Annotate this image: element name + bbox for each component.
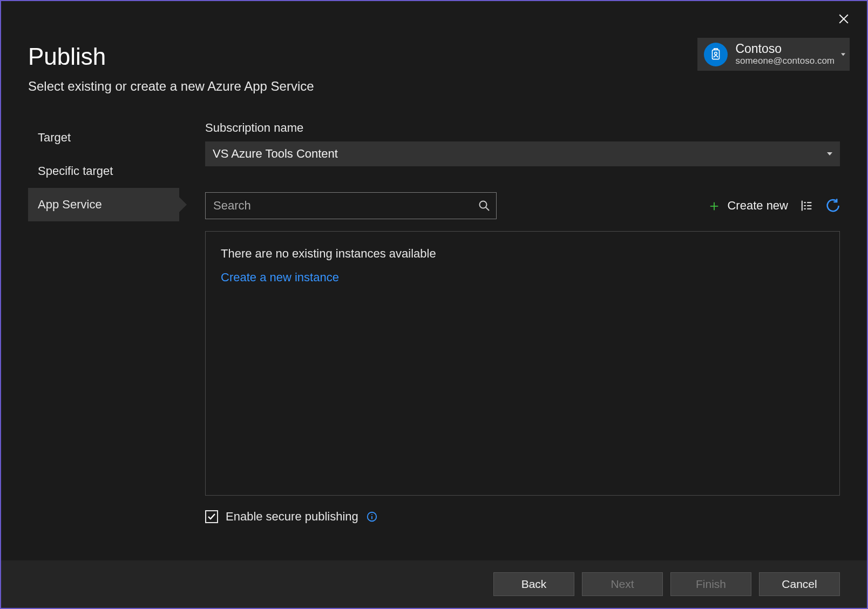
account-name: Contoso (735, 42, 835, 56)
svg-point-1 (715, 52, 717, 55)
account-picker[interactable]: Contoso someone@contoso.com (697, 38, 850, 71)
content: Target Specific target App Service Subsc… (1, 94, 867, 560)
svg-point-12 (371, 514, 372, 515)
subscription-dropdown[interactable]: VS Azure Tools Content (205, 141, 840, 166)
finish-button[interactable]: Finish (670, 572, 751, 596)
search-icon[interactable] (478, 199, 491, 212)
svg-line-3 (486, 207, 489, 211)
steps-nav: Target Specific target App Service (28, 121, 179, 560)
refresh-icon[interactable] (825, 198, 840, 213)
step-specific-target[interactable]: Specific target (28, 154, 179, 188)
step-target[interactable]: Target (28, 121, 179, 154)
plus-icon: ＋ (707, 198, 722, 213)
step-app-service[interactable]: App Service (28, 188, 179, 221)
account-email: someone@contoso.com (735, 56, 835, 66)
svg-point-2 (480, 201, 487, 208)
secure-publishing-checkbox[interactable] (205, 510, 218, 523)
search-input[interactable] (213, 199, 478, 213)
info-icon[interactable] (366, 511, 378, 523)
secure-publishing-row: Enable secure publishing (205, 510, 840, 524)
cancel-button[interactable]: Cancel (759, 572, 840, 596)
chevron-down-icon (827, 152, 832, 155)
footer: Back Next Finish Cancel (1, 560, 867, 608)
back-button[interactable]: Back (493, 572, 574, 596)
account-avatar-icon (704, 43, 728, 66)
subscription-label: Subscription name (205, 121, 840, 135)
close-icon[interactable] (838, 13, 850, 25)
instances-panel: There are no existing instances availabl… (205, 231, 840, 496)
secure-publishing-label: Enable secure publishing (226, 510, 358, 524)
page-subtitle: Select existing or create a new Azure Ap… (28, 79, 840, 94)
create-new-button[interactable]: ＋ Create new (707, 198, 788, 213)
toolbar: ＋ Create new (205, 192, 840, 219)
search-box (205, 192, 497, 219)
next-button[interactable]: Next (582, 572, 663, 596)
account-text: Contoso someone@contoso.com (735, 42, 835, 66)
view-tree-icon[interactable] (799, 198, 814, 213)
publish-dialog: Contoso someone@contoso.com Publish Sele… (1, 1, 867, 608)
create-instance-link[interactable]: Create a new instance (221, 270, 339, 284)
main-column: Subscription name VS Azure Tools Content (179, 121, 840, 560)
empty-instances-message: There are no existing instances availabl… (221, 247, 824, 261)
chevron-down-icon (841, 53, 845, 56)
subscription-value: VS Azure Tools Content (213, 147, 338, 161)
create-new-label: Create new (727, 199, 788, 213)
